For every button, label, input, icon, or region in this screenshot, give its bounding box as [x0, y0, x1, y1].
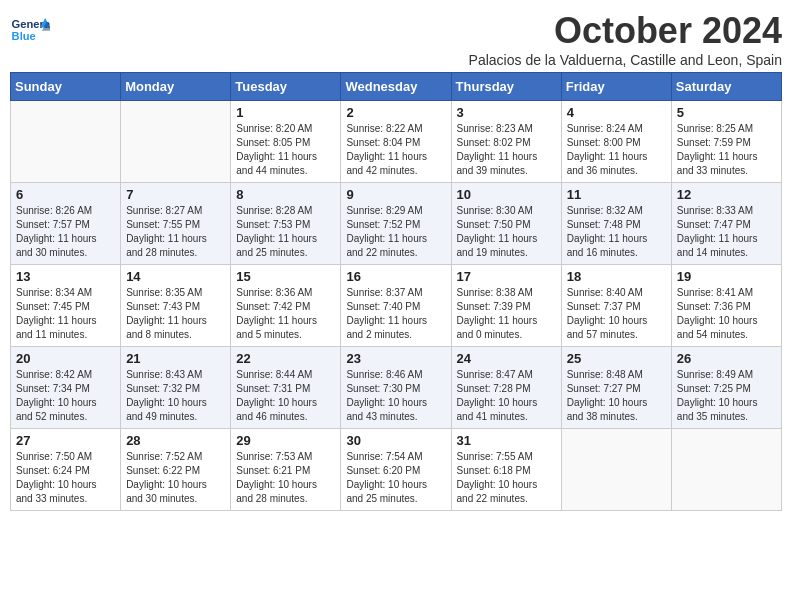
table-row: 9Sunrise: 8:29 AMSunset: 7:52 PMDaylight…: [341, 183, 451, 265]
day-number: 29: [236, 433, 335, 448]
main-title: October 2024: [469, 10, 782, 52]
table-row: 11Sunrise: 8:32 AMSunset: 7:48 PMDayligh…: [561, 183, 671, 265]
day-info: Sunrise: 8:48 AMSunset: 7:27 PMDaylight:…: [567, 368, 666, 424]
table-row: [11, 101, 121, 183]
day-info: Sunrise: 8:41 AMSunset: 7:36 PMDaylight:…: [677, 286, 776, 342]
day-number: 7: [126, 187, 225, 202]
table-row: 1Sunrise: 8:20 AMSunset: 8:05 PMDaylight…: [231, 101, 341, 183]
header-sunday: Sunday: [11, 73, 121, 101]
logo-icon: General Blue: [10, 10, 50, 50]
calendar-week-row: 1Sunrise: 8:20 AMSunset: 8:05 PMDaylight…: [11, 101, 782, 183]
day-info: Sunrise: 8:28 AMSunset: 7:53 PMDaylight:…: [236, 204, 335, 260]
day-number: 8: [236, 187, 335, 202]
day-number: 3: [457, 105, 556, 120]
header-thursday: Thursday: [451, 73, 561, 101]
day-info: Sunrise: 8:32 AMSunset: 7:48 PMDaylight:…: [567, 204, 666, 260]
day-number: 17: [457, 269, 556, 284]
header-wednesday: Wednesday: [341, 73, 451, 101]
table-row: 18Sunrise: 8:40 AMSunset: 7:37 PMDayligh…: [561, 265, 671, 347]
day-info: Sunrise: 8:29 AMSunset: 7:52 PMDaylight:…: [346, 204, 445, 260]
day-number: 21: [126, 351, 225, 366]
table-row: 28Sunrise: 7:52 AMSunset: 6:22 PMDayligh…: [121, 429, 231, 511]
header-tuesday: Tuesday: [231, 73, 341, 101]
day-number: 25: [567, 351, 666, 366]
day-info: Sunrise: 7:55 AMSunset: 6:18 PMDaylight:…: [457, 450, 556, 506]
day-info: Sunrise: 7:54 AMSunset: 6:20 PMDaylight:…: [346, 450, 445, 506]
day-info: Sunrise: 8:34 AMSunset: 7:45 PMDaylight:…: [16, 286, 115, 342]
day-number: 24: [457, 351, 556, 366]
header-friday: Friday: [561, 73, 671, 101]
day-number: 16: [346, 269, 445, 284]
day-number: 15: [236, 269, 335, 284]
table-row: 6Sunrise: 8:26 AMSunset: 7:57 PMDaylight…: [11, 183, 121, 265]
table-row: [561, 429, 671, 511]
table-row: 21Sunrise: 8:43 AMSunset: 7:32 PMDayligh…: [121, 347, 231, 429]
table-row: 24Sunrise: 8:47 AMSunset: 7:28 PMDayligh…: [451, 347, 561, 429]
day-number: 1: [236, 105, 335, 120]
subtitle: Palacios de la Valduerna, Castille and L…: [469, 52, 782, 68]
day-number: 20: [16, 351, 115, 366]
table-row: 7Sunrise: 8:27 AMSunset: 7:55 PMDaylight…: [121, 183, 231, 265]
day-info: Sunrise: 8:30 AMSunset: 7:50 PMDaylight:…: [457, 204, 556, 260]
day-info: Sunrise: 8:20 AMSunset: 8:05 PMDaylight:…: [236, 122, 335, 178]
day-number: 30: [346, 433, 445, 448]
day-number: 6: [16, 187, 115, 202]
table-row: 3Sunrise: 8:23 AMSunset: 8:02 PMDaylight…: [451, 101, 561, 183]
header-monday: Monday: [121, 73, 231, 101]
day-info: Sunrise: 7:53 AMSunset: 6:21 PMDaylight:…: [236, 450, 335, 506]
table-row: 31Sunrise: 7:55 AMSunset: 6:18 PMDayligh…: [451, 429, 561, 511]
day-number: 22: [236, 351, 335, 366]
day-info: Sunrise: 8:49 AMSunset: 7:25 PMDaylight:…: [677, 368, 776, 424]
day-number: 18: [567, 269, 666, 284]
table-row: 13Sunrise: 8:34 AMSunset: 7:45 PMDayligh…: [11, 265, 121, 347]
day-number: 13: [16, 269, 115, 284]
table-row: 30Sunrise: 7:54 AMSunset: 6:20 PMDayligh…: [341, 429, 451, 511]
day-number: 14: [126, 269, 225, 284]
table-row: 20Sunrise: 8:42 AMSunset: 7:34 PMDayligh…: [11, 347, 121, 429]
svg-text:Blue: Blue: [12, 30, 36, 42]
table-row: 26Sunrise: 8:49 AMSunset: 7:25 PMDayligh…: [671, 347, 781, 429]
table-row: 27Sunrise: 7:50 AMSunset: 6:24 PMDayligh…: [11, 429, 121, 511]
table-row: 23Sunrise: 8:46 AMSunset: 7:30 PMDayligh…: [341, 347, 451, 429]
day-number: 12: [677, 187, 776, 202]
calendar-week-row: 20Sunrise: 8:42 AMSunset: 7:34 PMDayligh…: [11, 347, 782, 429]
table-row: [121, 101, 231, 183]
table-row: 10Sunrise: 8:30 AMSunset: 7:50 PMDayligh…: [451, 183, 561, 265]
day-info: Sunrise: 8:25 AMSunset: 7:59 PMDaylight:…: [677, 122, 776, 178]
table-row: 14Sunrise: 8:35 AMSunset: 7:43 PMDayligh…: [121, 265, 231, 347]
day-info: Sunrise: 8:36 AMSunset: 7:42 PMDaylight:…: [236, 286, 335, 342]
weekday-header-row: Sunday Monday Tuesday Wednesday Thursday…: [11, 73, 782, 101]
day-number: 31: [457, 433, 556, 448]
page-header: General Blue October 2024 Palacios de la…: [10, 10, 782, 68]
table-row: 15Sunrise: 8:36 AMSunset: 7:42 PMDayligh…: [231, 265, 341, 347]
day-number: 26: [677, 351, 776, 366]
day-number: 9: [346, 187, 445, 202]
day-info: Sunrise: 7:50 AMSunset: 6:24 PMDaylight:…: [16, 450, 115, 506]
calendar-week-row: 27Sunrise: 7:50 AMSunset: 6:24 PMDayligh…: [11, 429, 782, 511]
table-row: 25Sunrise: 8:48 AMSunset: 7:27 PMDayligh…: [561, 347, 671, 429]
day-number: 19: [677, 269, 776, 284]
day-info: Sunrise: 8:33 AMSunset: 7:47 PMDaylight:…: [677, 204, 776, 260]
day-info: Sunrise: 8:47 AMSunset: 7:28 PMDaylight:…: [457, 368, 556, 424]
day-number: 11: [567, 187, 666, 202]
day-number: 10: [457, 187, 556, 202]
table-row: 12Sunrise: 8:33 AMSunset: 7:47 PMDayligh…: [671, 183, 781, 265]
title-section: October 2024 Palacios de la Valduerna, C…: [469, 10, 782, 68]
day-number: 23: [346, 351, 445, 366]
day-number: 4: [567, 105, 666, 120]
day-info: Sunrise: 8:27 AMSunset: 7:55 PMDaylight:…: [126, 204, 225, 260]
table-row: 19Sunrise: 8:41 AMSunset: 7:36 PMDayligh…: [671, 265, 781, 347]
day-info: Sunrise: 8:38 AMSunset: 7:39 PMDaylight:…: [457, 286, 556, 342]
day-info: Sunrise: 8:43 AMSunset: 7:32 PMDaylight:…: [126, 368, 225, 424]
day-info: Sunrise: 8:40 AMSunset: 7:37 PMDaylight:…: [567, 286, 666, 342]
day-info: Sunrise: 8:24 AMSunset: 8:00 PMDaylight:…: [567, 122, 666, 178]
calendar-table: Sunday Monday Tuesday Wednesday Thursday…: [10, 72, 782, 511]
day-info: Sunrise: 8:23 AMSunset: 8:02 PMDaylight:…: [457, 122, 556, 178]
day-info: Sunrise: 8:22 AMSunset: 8:04 PMDaylight:…: [346, 122, 445, 178]
calendar-week-row: 13Sunrise: 8:34 AMSunset: 7:45 PMDayligh…: [11, 265, 782, 347]
calendar-week-row: 6Sunrise: 8:26 AMSunset: 7:57 PMDaylight…: [11, 183, 782, 265]
day-number: 28: [126, 433, 225, 448]
day-info: Sunrise: 8:26 AMSunset: 7:57 PMDaylight:…: [16, 204, 115, 260]
day-number: 27: [16, 433, 115, 448]
day-info: Sunrise: 8:35 AMSunset: 7:43 PMDaylight:…: [126, 286, 225, 342]
